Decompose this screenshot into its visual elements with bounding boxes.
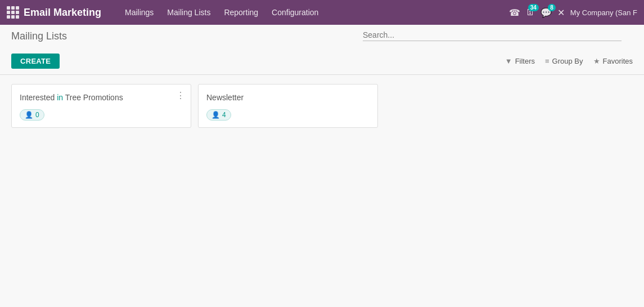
card-title: Interested in Tree Promotions xyxy=(20,92,183,104)
phone-icon[interactable]: ☎ xyxy=(509,7,520,18)
calendar-badge: 34 xyxy=(528,4,539,11)
filter-icon: ▼ xyxy=(505,57,512,65)
close-icon[interactable]: ✕ xyxy=(557,7,565,18)
nav-configuration[interactable]: Configuration xyxy=(272,8,318,17)
groupby-button[interactable]: ≡ Group By xyxy=(545,57,583,65)
top-nav: Email Marketing Mailings Mailing Lists R… xyxy=(0,0,644,25)
card-count-badge[interactable]: 👤 0 xyxy=(20,109,44,121)
person-icon: 👤 xyxy=(211,111,220,119)
toolbar-row: CREATE ▼ Filters ≡ Group By ★ Favorites xyxy=(0,54,644,75)
nav-reporting[interactable]: Reporting xyxy=(224,8,258,17)
card-title: Newsletter xyxy=(206,92,370,104)
card-count: 0 xyxy=(35,111,39,119)
page-title: Mailing Lists xyxy=(11,30,67,42)
filter-bar: ▼ Filters ≡ Group By ★ Favorites xyxy=(505,57,633,65)
chat-badge: 8 xyxy=(548,4,556,11)
company-name: My Company (San F xyxy=(570,8,637,17)
card-title-highlight: in xyxy=(57,93,63,102)
mailing-list-card[interactable]: Newsletter 👤 4 xyxy=(198,84,378,128)
cards-grid: Interested in Tree Promotions ⋮ 👤 0 News… xyxy=(0,75,644,137)
filters-label: Filters xyxy=(515,57,535,65)
main-nav: Mailings Mailing Lists Reporting Configu… xyxy=(125,8,509,17)
app-title: Email Marketing xyxy=(24,7,125,19)
search-wrapper xyxy=(363,30,622,41)
star-icon: ★ xyxy=(593,57,600,65)
card-title-text-2: Tree Promotions xyxy=(63,93,123,102)
calendar-icon[interactable]: 🗓 34 xyxy=(526,7,535,17)
card-kebab-menu[interactable]: ⋮ xyxy=(176,91,185,100)
search-input[interactable] xyxy=(363,30,622,39)
mailing-list-card[interactable]: Interested in Tree Promotions ⋮ 👤 0 xyxy=(11,84,191,128)
favorites-label: Favorites xyxy=(603,57,633,65)
card-count-badge[interactable]: 👤 4 xyxy=(206,109,231,121)
page-header: Mailing Lists xyxy=(0,25,644,54)
person-icon: 👤 xyxy=(25,111,33,119)
filters-button[interactable]: ▼ Filters xyxy=(505,57,535,65)
chat-icon[interactable]: 💬 8 xyxy=(541,7,552,18)
create-button[interactable]: CREATE xyxy=(11,54,60,69)
topbar-actions: ☎ 🗓 34 💬 8 ✕ My Company (San F xyxy=(509,7,637,18)
card-title-text-1: Interested xyxy=(20,93,57,102)
groupby-icon: ≡ xyxy=(545,57,550,65)
nav-mailings[interactable]: Mailings xyxy=(125,8,154,17)
favorites-button[interactable]: ★ Favorites xyxy=(593,57,633,65)
apps-menu-icon[interactable] xyxy=(7,6,24,19)
card-count: 4 xyxy=(222,111,226,119)
groupby-label: Group By xyxy=(552,57,583,65)
card-title-text: Newsletter xyxy=(206,93,244,102)
nav-mailing-lists[interactable]: Mailing Lists xyxy=(167,8,210,17)
